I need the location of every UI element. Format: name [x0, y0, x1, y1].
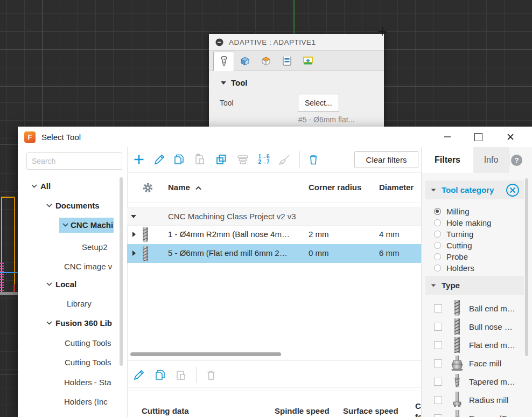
paste-tool-button[interactable] — [192, 152, 207, 167]
column-spindle-speed[interactable]: Spindle speed — [275, 406, 330, 415]
tab-linking[interactable] — [297, 51, 318, 71]
passes-tab-icon — [281, 55, 293, 67]
filters-scrollbar[interactable] — [525, 178, 528, 356]
radio-cutting[interactable]: Cutting — [434, 240, 472, 251]
document-group-row[interactable]: CNC Machining Class Project v2 v3 — [127, 207, 422, 226]
clear-filters-button[interactable]: Clear filters — [354, 151, 418, 168]
section-divider — [127, 360, 422, 360]
type-flat-end-mill[interactable]: Flat end m… — [434, 336, 526, 354]
chevron-down-icon[interactable] — [46, 321, 52, 325]
filters-panel: Filters Info ? Tool category Milling Hol… — [421, 147, 532, 417]
radio-turning[interactable]: Turning — [434, 228, 473, 240]
type-engrave-chamfer[interactable]: Engrave/C… — [434, 409, 526, 417]
tab-heights[interactable] — [255, 51, 276, 71]
tab-info[interactable]: Info — [473, 147, 509, 173]
sidebar-item-cnc-machining[interactable]: CNC Machi — [18, 217, 127, 233]
row-expand-icon[interactable] — [132, 232, 136, 237]
column-settings-gear-icon[interactable] — [140, 180, 155, 195]
sidebar-item-all[interactable]: All — [18, 178, 127, 194]
tool-section-header[interactable]: Tool — [209, 71, 384, 89]
type-face-mill[interactable]: Face mill — [434, 354, 526, 372]
column-cutting-data[interactable]: Cutting data — [142, 406, 189, 415]
collapse-icon[interactable] — [215, 38, 223, 46]
tool-row: Tool Select... — [209, 89, 384, 112]
duplicate-selection-button[interactable] — [214, 152, 229, 167]
sidebar-item-cutting-tools-2[interactable]: Cutting Tools — [18, 355, 127, 371]
tapered-mill-icon — [448, 373, 466, 390]
sidebar-item-fusion-library[interactable]: Fusion 360 Lib — [18, 315, 127, 331]
tool-row-2-selected[interactable]: 5 - Ø6mm (Flat end mill 6mm 2… 0 mm 6 mm — [127, 244, 422, 263]
checkbox-icon — [434, 378, 442, 386]
toolpath-orange-right — [14, 197, 15, 294]
delete-tool-button[interactable] — [306, 152, 321, 167]
maximize-button[interactable] — [474, 133, 482, 141]
renumber-tools-button[interactable]: 1→62→7 — [256, 152, 271, 167]
row-expand-icon[interactable] — [132, 251, 136, 256]
copy-tool-button[interactable] — [172, 152, 187, 167]
tool-category-title: Tool category — [442, 185, 494, 194]
radio-probe[interactable]: Probe — [434, 251, 468, 262]
clear-category-filter-icon[interactable] — [506, 183, 520, 197]
sidebar-item-cutting-tools-1[interactable]: Cutting Tools — [18, 335, 127, 351]
fusion-screen: ADAPTIVE : ADAPTIVE1 — [0, 0, 532, 417]
section-collapse-icon — [221, 81, 226, 85]
cutting-data-toolbar — [127, 364, 422, 388]
column-diameter[interactable]: Diameter — [379, 183, 414, 192]
sidebar-item-library[interactable]: Library — [18, 296, 127, 312]
search-input[interactable] — [26, 152, 122, 170]
sidebar-item-holders-inc[interactable]: Holders (Inc — [18, 394, 127, 410]
sidebar-item-setup2[interactable]: Setup2 — [18, 239, 127, 255]
radio-icon — [434, 219, 441, 226]
radio-holders[interactable]: Holders — [434, 262, 474, 274]
copy-cutting-data-button[interactable] — [153, 367, 168, 383]
close-button[interactable]: ✕ — [506, 132, 515, 142]
group-expanded-icon[interactable] — [131, 215, 136, 218]
chevron-down-icon[interactable] — [31, 184, 37, 188]
edit-cutting-data-button[interactable] — [131, 367, 146, 383]
tool-holder-button[interactable] — [235, 152, 250, 167]
heights-tab-icon — [260, 55, 272, 67]
checkbox-icon — [434, 341, 442, 349]
end-mill-thumbnail — [142, 246, 149, 261]
table-header: Name Corner radius Diameter — [127, 173, 422, 203]
column-corner-radius[interactable]: Corner radius — [309, 183, 361, 192]
column-name[interactable]: Name — [168, 183, 201, 192]
adaptive-header[interactable]: ADAPTIVE : ADAPTIVE1 — [209, 34, 384, 51]
tab-passes[interactable] — [276, 51, 297, 71]
tool-row-1[interactable]: 1 - Ø4mm R2mm (Ball nose 4m… 2 mm 4 mm — [127, 225, 422, 244]
sidebar-scrollbar[interactable] — [120, 177, 123, 366]
paste-cutting-data-button[interactable] — [173, 367, 188, 383]
horizontal-scrollbar[interactable] — [130, 352, 281, 356]
column-surface-speed[interactable]: Surface speed — [343, 406, 398, 415]
type-section-header[interactable]: Type — [425, 276, 524, 295]
radio-milling[interactable]: Milling — [434, 206, 470, 217]
tab-filters[interactable]: Filters — [422, 147, 473, 173]
chevron-down-icon[interactable] — [62, 223, 68, 227]
sidebar-item-local[interactable]: Local — [18, 276, 127, 293]
chevron-down-icon[interactable] — [46, 282, 52, 286]
type-bull-nose[interactable]: Bull nose … — [434, 317, 526, 336]
help-icon[interactable]: ? — [511, 155, 522, 166]
tool-category-section-header[interactable]: Tool category — [425, 180, 524, 199]
add-tool-button[interactable] — [131, 152, 146, 167]
tool-select-button[interactable]: Select... — [298, 94, 339, 112]
sidebar-item-holders-standard[interactable]: Holders - Sta — [18, 374, 127, 391]
tab-geometry[interactable] — [234, 51, 255, 71]
sidebar-item-cnc-image[interactable]: CNC image v — [18, 259, 127, 275]
dialog-titlebar[interactable]: F Select Tool ✕ — [18, 127, 532, 147]
minimize-button[interactable] — [444, 136, 451, 137]
type-radius-mill[interactable]: Radius mill — [434, 391, 526, 409]
type-tapered-mill[interactable]: Tapered m… — [434, 372, 526, 391]
radio-icon — [434, 242, 441, 249]
geometry-tab-icon — [239, 55, 251, 67]
tab-tool[interactable] — [213, 52, 234, 71]
engrave-mill-icon — [448, 410, 466, 417]
type-ball-end-mill[interactable]: Ball end m… — [434, 299, 526, 317]
chevron-down-icon[interactable] — [46, 204, 52, 207]
sidebar-item-documents[interactable]: Documents — [18, 198, 127, 214]
radio-icon — [434, 265, 441, 272]
cleanup-button[interactable] — [277, 152, 292, 167]
radio-hole-making[interactable]: Hole making — [434, 217, 491, 228]
delete-cutting-data-button[interactable] — [204, 367, 219, 383]
edit-tool-button[interactable] — [152, 152, 167, 167]
